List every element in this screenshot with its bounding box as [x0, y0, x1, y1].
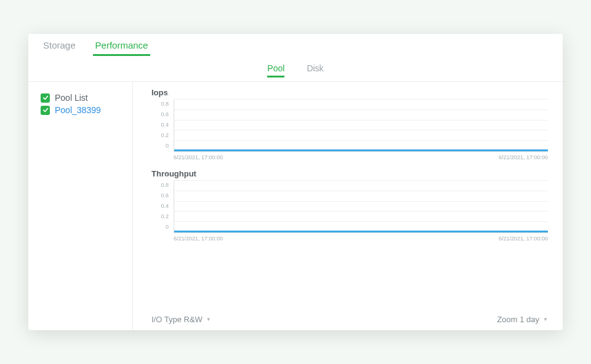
y-tick: 0.4	[161, 122, 169, 128]
plot	[174, 100, 548, 152]
sidebar-item-label: Pool List	[55, 93, 88, 103]
y-tick: 0.8	[161, 182, 169, 188]
io-type-dropdown[interactable]: I/O Type R&W ▼	[151, 315, 211, 324]
chart-controls: I/O Type R&W ▼ Zoom 1 day ▼	[151, 310, 548, 326]
sub-tabs: Pool Disk	[28, 56, 563, 81]
chart-plot-area: 0 0.2 0.4 0.6 0.8 1	[151, 181, 548, 242]
y-tick: 0.4	[161, 203, 169, 209]
chart-throughput: Throughput 0 0.2 0.4 0.6 0.8 1	[151, 169, 548, 242]
y-tick: 0.8	[161, 101, 169, 107]
performance-panel: Storage Performance Pool Disk Pool List …	[28, 34, 563, 330]
y-tick: 0	[166, 143, 169, 149]
x-tick-start: 6/21/2021, 17:00:00	[174, 235, 223, 242]
chart-iops: Iops 0 0.2 0.4 0.6 0.8 1	[151, 88, 548, 160]
plot	[174, 181, 548, 233]
y-axis: 0 0.2 0.4 0.6 0.8 1	[151, 100, 171, 152]
zoom-dropdown[interactable]: Zoom 1 day ▼	[497, 315, 548, 324]
x-tick-end: 6/21/2021, 17:00:00	[499, 235, 548, 242]
chart-title: Iops	[151, 88, 548, 97]
panel-body: Pool List Pool_38399 Iops 0 0.2 0.4 0.6	[28, 81, 563, 330]
y-tick: 1	[166, 172, 169, 178]
y-tick: 0.6	[161, 111, 169, 117]
y-tick: 0.2	[161, 213, 169, 220]
series-line	[174, 231, 548, 232]
x-axis: 6/21/2021, 17:00:00 6/21/2021, 17:00:00	[174, 154, 548, 160]
x-tick-end: 6/21/2021, 17:00:00	[499, 154, 548, 160]
checkbox-checked-icon[interactable]	[41, 106, 50, 115]
y-tick: 0.6	[161, 192, 169, 199]
subtab-pool[interactable]: Pool	[267, 63, 284, 77]
series-line	[174, 149, 548, 151]
top-tabs: Storage Performance	[28, 34, 563, 56]
sidebar-item-label: Pool_38399	[55, 105, 101, 115]
chart-title: Throughput	[151, 169, 548, 178]
checkbox-checked-icon[interactable]	[41, 93, 50, 103]
zoom-label: Zoom 1 day	[497, 315, 539, 324]
y-tick: 1	[166, 90, 169, 97]
chart-plot-area: 0 0.2 0.4 0.6 0.8 1	[151, 100, 548, 160]
caret-down-icon: ▼	[206, 317, 211, 322]
tab-performance[interactable]: Performance	[93, 40, 151, 56]
sidebar: Pool List Pool_38399	[28, 82, 133, 330]
y-tick: 0.2	[161, 132, 169, 138]
sidebar-item-pool-list[interactable]: Pool List	[41, 92, 127, 104]
main-content: Iops 0 0.2 0.4 0.6 0.8 1	[133, 82, 563, 330]
x-tick-start: 6/21/2021, 17:00:00	[174, 154, 223, 160]
x-axis: 6/21/2021, 17:00:00 6/21/2021, 17:00:00	[174, 235, 548, 242]
sidebar-item-pool-38399[interactable]: Pool_38399	[41, 104, 127, 116]
caret-down-icon: ▼	[543, 317, 548, 322]
y-tick: 0	[166, 224, 169, 230]
io-type-label: I/O Type R&W	[151, 315, 203, 324]
y-axis: 0 0.2 0.4 0.6 0.8 1	[151, 181, 171, 233]
subtab-disk[interactable]: Disk	[307, 63, 323, 77]
tab-storage[interactable]: Storage	[41, 40, 78, 56]
